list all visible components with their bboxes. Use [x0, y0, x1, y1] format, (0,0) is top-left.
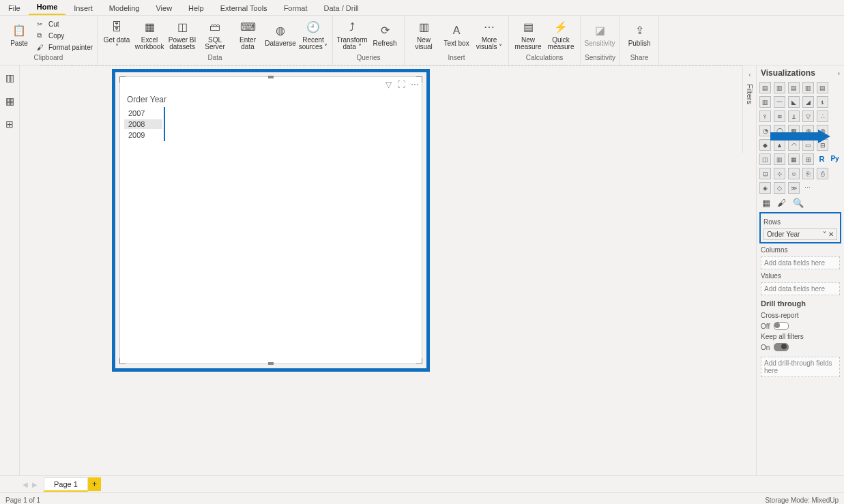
keep-filters-label: Keep all filters [761, 333, 840, 340]
tab-file[interactable]: File [0, 1, 29, 15]
keep-filters-toggle[interactable]: On [761, 343, 840, 351]
format-painter-button[interactable]: 🖌Format painter [37, 42, 93, 53]
matrix-icon[interactable]: ⊞ [802, 153, 814, 165]
automate-icon[interactable]: ◇ [774, 182, 785, 194]
r-visual-icon[interactable]: R [817, 153, 827, 164]
tab-format[interactable]: Format [276, 1, 316, 15]
rows-field-chip[interactable]: Order Year˅ ✕ [763, 228, 837, 240]
chevron-left-icon[interactable]: ‹ [748, 71, 751, 78]
page-strip: ◀ ▶ Page 1 + [0, 475, 844, 492]
page-prev-icon[interactable]: ◀ [23, 481, 28, 488]
analytics-tab-icon[interactable]: 🔍 [793, 198, 804, 208]
copy-button[interactable]: ⧉Copy [37, 31, 93, 41]
matrix-visual[interactable]: ▽ ⛶ ⋯ Order Year 2007 2008 2009 [119, 76, 422, 364]
tab-help[interactable]: Help [180, 1, 212, 15]
text-box-button[interactable]: AText box [441, 18, 471, 53]
line-clustered-icon[interactable]: ⫯ [759, 110, 771, 122]
powerapps-icon[interactable]: ◈ [759, 182, 771, 194]
chevron-right-icon[interactable]: › [838, 70, 840, 77]
rows-well-highlight: Rows Order Year˅ ✕ [759, 212, 841, 243]
kpi-icon[interactable]: ◫ [759, 153, 771, 165]
paginated-icon[interactable]: ⎙ [817, 168, 828, 179]
more-visuals-button[interactable]: ⋯More visuals ˅ [474, 18, 504, 53]
publish-button[interactable]: ⇪Publish [624, 18, 654, 53]
focus-mode-icon[interactable]: ⛶ [397, 80, 405, 89]
group-label-data: Data [102, 54, 328, 63]
key-influencers-icon[interactable]: ⊡ [759, 168, 771, 179]
format-tab-icon[interactable]: 🖌 [777, 198, 786, 208]
new-measure-button[interactable]: ▤New measure [513, 18, 543, 53]
paste-button[interactable]: 📋Paste [4, 18, 34, 53]
stacked-column-100-icon[interactable]: ▥ [759, 96, 771, 108]
group-sensitivity: ◪Sensitivity Sensitivity [581, 16, 620, 65]
group-share: ⇪Publish Share [620, 16, 659, 65]
recent-sources-button[interactable]: 🕘Recent sources ˅ [298, 18, 328, 53]
data-view-icon[interactable]: ▦ [5, 95, 14, 106]
stacked-area-icon[interactable]: ◢ [802, 96, 814, 108]
scatter-icon[interactable]: ∴ [817, 110, 828, 122]
slicer-icon[interactable]: ▥ [774, 153, 785, 165]
matrix-rows[interactable]: 2007 2008 2009 [123, 107, 165, 141]
py-visual-icon[interactable]: Py [830, 153, 840, 164]
tab-data-drill[interactable]: Data / Drill [315, 1, 366, 15]
qa-icon[interactable]: ☺ [788, 168, 800, 179]
tab-home[interactable]: Home [29, 0, 66, 15]
clustered-column-icon[interactable]: ▥ [802, 82, 814, 93]
waterfall-icon[interactable]: ⫫ [788, 110, 800, 122]
table-icon[interactable]: ▦ [788, 153, 800, 165]
line-column-icon[interactable]: ⫮ [817, 96, 828, 108]
refresh-button[interactable]: ⟳Refresh [370, 18, 400, 53]
values-well[interactable]: Add data fields here [761, 282, 840, 295]
columns-well[interactable]: Add data fields here [761, 256, 840, 269]
tab-modeling[interactable]: Modeling [101, 1, 148, 15]
group-insert: ▥New visual AText box ⋯More visuals ˅ In… [405, 16, 509, 65]
visual-selection[interactable]: ▽ ⛶ ⋯ Order Year 2007 2008 2009 [112, 69, 430, 372]
import-visual-icon[interactable]: ≫ [788, 182, 800, 194]
more-visuals-icon[interactable]: ⋯ [802, 182, 813, 192]
group-label-clipboard: Clipboard [4, 54, 93, 63]
quick-measure-button[interactable]: ⚡Quick measure [546, 18, 576, 53]
page-next-icon[interactable]: ▶ [32, 481, 38, 488]
pie-icon[interactable]: ◔ [759, 125, 771, 136]
sensitivity-button[interactable]: ◪Sensitivity [585, 18, 615, 53]
decomposition-icon[interactable]: ⊹ [774, 168, 785, 179]
report-view-icon[interactable]: ▥ [5, 72, 14, 83]
transform-data-button[interactable]: ⤴Transform data ˅ [337, 18, 367, 53]
shape-map-icon[interactable]: ◆ [759, 139, 771, 151]
ribbon-chart-icon[interactable]: ≋ [774, 110, 785, 122]
report-canvas[interactable]: ▽ ⛶ ⋯ Order Year 2007 2008 2009 [20, 65, 844, 475]
status-storage-mode: Storage Mode: MixedUp [765, 496, 839, 504]
excel-button[interactable]: ▦Excel workbook [134, 18, 164, 53]
funnel-icon[interactable]: ▽ [802, 110, 814, 122]
filter-icon[interactable]: ▽ [385, 80, 392, 89]
group-label-insert: Insert [409, 54, 504, 63]
tab-view[interactable]: View [147, 1, 180, 15]
stacked-column-icon[interactable]: ▥ [774, 82, 785, 93]
menu-tabs: File Home Insert Modeling View Help Exte… [0, 0, 844, 16]
visualizations-pane: Visualizations › ▤▥▤▥▤▥ 〰◣◢⫮⫯≋ ⫫▽∴◔◯▦ ⊕◍… [756, 65, 844, 475]
filters-pane-collapsed[interactable]: ‹ Filters [742, 65, 757, 153]
sql-button[interactable]: 🗃SQL Server [200, 18, 230, 53]
dataverse-button[interactable]: ◍Dataverse [265, 18, 295, 53]
tab-external-tools[interactable]: External Tools [212, 1, 276, 15]
drill-through-well[interactable]: Add drill-through fields here [761, 357, 840, 377]
area-chart-icon[interactable]: ◣ [788, 96, 800, 108]
get-data-button[interactable]: 🗄Get data ˅ [102, 18, 132, 53]
line-chart-icon[interactable]: 〰 [774, 96, 785, 108]
page-tab-1[interactable]: Page 1 [44, 477, 88, 492]
status-page-info: Page 1 of 1 [5, 496, 40, 504]
new-visual-button[interactable]: ▥New visual [409, 18, 439, 53]
clustered-bar-icon[interactable]: ▤ [788, 82, 800, 93]
tab-insert[interactable]: Insert [66, 1, 101, 15]
pbi-datasets-button[interactable]: ◫Power BI datasets [167, 18, 197, 53]
group-calculations: ▤New measure ⚡Quick measure Calculations [509, 16, 581, 65]
stacked-bar-icon[interactable]: ▤ [759, 82, 771, 93]
narrative-icon[interactable]: ⎘ [802, 168, 814, 179]
stacked-bar-100-icon[interactable]: ▤ [817, 82, 828, 93]
enter-data-button[interactable]: ⌨Enter data [233, 18, 263, 53]
add-page-button[interactable]: + [88, 477, 101, 491]
model-view-icon[interactable]: ⊞ [5, 119, 14, 130]
cross-report-toggle[interactable]: Off [761, 322, 840, 330]
cut-button[interactable]: ✂Cut [37, 19, 93, 29]
fields-tab-icon[interactable]: ▦ [762, 198, 770, 208]
